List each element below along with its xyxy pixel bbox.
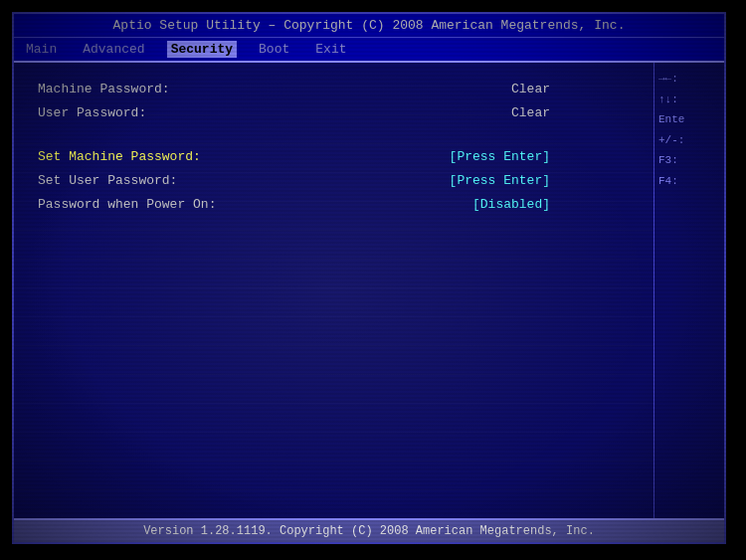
sidebar-item: →←: [658, 71, 678, 88]
sidebar-item: F3: [658, 152, 678, 169]
field-value: Clear [511, 102, 550, 124]
bios-screen: Aptio Setup Utility – Copyright (C) 2008… [12, 12, 726, 544]
info-fields: Machine Password:ClearUser Password:Clea… [38, 79, 630, 124]
field-label: Machine Password: [38, 79, 170, 100]
main-content: Machine Password:ClearUser Password:Clea… [14, 63, 724, 518]
action-field-label: Set Machine Password: [38, 146, 201, 168]
menu-bar: MainAdvancedSecurityBootExit [14, 38, 724, 63]
footer: Version 1.28.1119. Copyright (C) 2008 Am… [14, 518, 724, 542]
menu-item-advanced[interactable]: Advanced [79, 41, 148, 58]
action-field-row[interactable]: Set User Password:[Press Enter] [38, 170, 630, 192]
content-area: Machine Password:ClearUser Password:Clea… [14, 63, 654, 518]
action-fields: Set Machine Password:[Press Enter]Set Us… [38, 146, 630, 216]
action-field-label: Password when Power On: [38, 194, 216, 216]
menu-item-main[interactable]: Main [22, 41, 61, 58]
field-value: Clear [511, 79, 550, 100]
title-bar: Aptio Setup Utility – Copyright (C) 2008… [14, 14, 724, 38]
action-field-value: [Disabled] [472, 194, 550, 216]
action-field-value: [Press Enter] [450, 170, 550, 192]
menu-item-exit[interactable]: Exit [311, 41, 350, 58]
action-field-row[interactable]: Set Machine Password:[Press Enter] [38, 146, 630, 168]
sidebar-item: Ente [658, 111, 684, 128]
menu-item-security[interactable]: Security [167, 41, 237, 58]
sidebar-item: F4: [658, 173, 678, 190]
field-row: User Password:Clear [38, 102, 630, 124]
footer-text: Version 1.28.1119. Copyright (C) 2008 Am… [143, 524, 595, 538]
menu-item-boot[interactable]: Boot [255, 41, 293, 58]
title-text: Aptio Setup Utility – Copyright (C) 2008… [113, 18, 626, 33]
sidebar: →←:↑↓:Ente+/-:F3:F4: [654, 63, 724, 518]
action-field-label: Set User Password: [38, 170, 177, 192]
sidebar-item: ↑↓: [658, 92, 678, 108]
action-field-value: [Press Enter] [450, 146, 550, 168]
field-row: Machine Password:Clear [38, 79, 630, 100]
field-label: User Password: [38, 102, 146, 124]
sidebar-item: +/-: [658, 132, 684, 149]
action-field-row[interactable]: Password when Power On:[Disabled] [38, 194, 630, 216]
